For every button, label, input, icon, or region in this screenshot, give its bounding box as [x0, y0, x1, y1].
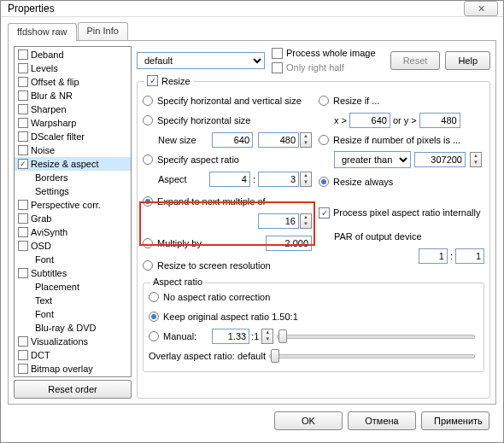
tree-item[interactable]: DCT [15, 348, 131, 362]
tree-label: Borders [35, 172, 68, 183]
tree-item[interactable]: Grab [15, 212, 131, 225]
tree-item[interactable]: Noise [15, 143, 131, 157]
tree-checkbox[interactable] [18, 364, 28, 374]
radio-ar-keep[interactable] [149, 312, 159, 322]
tree-item[interactable]: Settings [15, 184, 131, 198]
process-whole-label: Process whole image [286, 48, 376, 58]
tree-item[interactable]: Levels [15, 61, 131, 75]
tree-item[interactable]: Resize & aspect [15, 157, 131, 171]
tree-checkbox[interactable] [18, 241, 28, 251]
ok-button[interactable]: OK [274, 411, 343, 430]
tree-item[interactable]: Subtitles [15, 266, 131, 280]
radio-spec-h[interactable] [143, 115, 153, 125]
resize-if-x-input[interactable] [349, 113, 390, 128]
pixel-compare-select[interactable]: greater than [334, 151, 411, 168]
tree-item[interactable]: Borders [15, 171, 131, 184]
tree-label: Blu-ray & DVD [35, 323, 97, 333]
cancel-button[interactable]: Отмена [348, 411, 416, 430]
tree-checkbox[interactable] [18, 350, 28, 360]
tree-item[interactable]: Font [15, 307, 131, 321]
tree-checkbox[interactable] [18, 145, 28, 155]
ar-manual-slider[interactable] [277, 329, 475, 344]
ar-legend: Aspect ratio [153, 277, 202, 287]
multiple-input[interactable] [258, 213, 299, 229]
radio-multiply[interactable] [143, 238, 153, 248]
preset-select[interactable]: default [137, 52, 265, 69]
height-input[interactable] [258, 132, 299, 148]
tree-item[interactable]: Blur & NR [15, 89, 131, 102]
tree-item[interactable]: Placement [15, 280, 131, 294]
radio-ar-manual[interactable] [149, 331, 159, 341]
tree-item[interactable]: Deband [15, 48, 131, 61]
process-whole-checkbox[interactable] [272, 48, 283, 59]
tree-checkbox[interactable] [18, 50, 28, 60]
help-button[interactable]: Help [445, 51, 490, 70]
multiple-spinner[interactable]: ▲▼ [300, 213, 312, 229]
radio-screen-res[interactable] [143, 260, 153, 271]
tree-item[interactable]: Visualizations [15, 335, 131, 348]
radio-spec-hv[interactable] [143, 96, 153, 106]
aspect-x-input[interactable] [209, 172, 250, 187]
reset-order-button[interactable]: Reset order [14, 380, 132, 399]
apply-button[interactable]: Применить [421, 411, 489, 430]
tree-item[interactable]: Offset & flip [15, 75, 131, 89]
radio-spec-ar[interactable] [143, 154, 153, 165]
filter-tree[interactable]: DebandLevelsOffset & flipBlur & NRSharpe… [14, 46, 132, 377]
tab-strip: ffdshow raw Pin Info [8, 22, 496, 41]
tab-ffdshow-raw[interactable]: ffdshow raw [8, 23, 77, 41]
tree-checkbox[interactable] [18, 77, 28, 87]
tree-label: Resize & aspect [31, 159, 98, 169]
radio-resize-if[interactable] [319, 96, 329, 106]
tree-item[interactable]: OSD [15, 239, 131, 253]
reset-button[interactable]: Reset [390, 51, 441, 70]
radio-pixels[interactable] [319, 135, 329, 145]
tree-checkbox[interactable] [18, 131, 28, 142]
tree-item[interactable]: DScaler filter [15, 130, 131, 143]
ar-manual-input[interactable] [212, 329, 249, 344]
tree-label: Settings [35, 186, 69, 196]
tree-item[interactable]: Perspective corr. [15, 198, 131, 212]
tree-item[interactable]: Sharpen [15, 102, 131, 116]
tree-label: Deband [31, 50, 64, 60]
tree-label: Bitmap overlay [31, 364, 93, 374]
tree-checkbox[interactable] [18, 200, 28, 210]
close-button[interactable]: ✕ [464, 1, 498, 16]
tree-checkbox[interactable] [18, 268, 28, 278]
tree-item[interactable]: Font [15, 253, 131, 266]
tree-checkbox[interactable] [18, 118, 28, 128]
pixel-spinner[interactable]: ▲▼ [470, 152, 482, 167]
tab-pin-info[interactable]: Pin Info [78, 22, 128, 40]
resize-enable-checkbox[interactable] [147, 75, 158, 86]
tree-label: Subtitles [31, 268, 67, 278]
tree-item[interactable]: Warpsharp [15, 116, 131, 130]
tree-item[interactable]: Bitmap overlay [15, 362, 131, 376]
radio-ar-none[interactable] [149, 292, 159, 302]
ar-overlay-slider[interactable] [269, 348, 475, 364]
tree-item[interactable]: Text [15, 294, 131, 307]
tree-label: DScaler filter [31, 131, 85, 142]
only-right-half-checkbox[interactable] [272, 62, 283, 73]
par-checkbox[interactable] [319, 207, 330, 219]
radio-expand[interactable] [143, 196, 153, 207]
aspect-y-input[interactable] [258, 172, 299, 187]
tree-checkbox[interactable] [18, 227, 28, 237]
tree-item[interactable]: Blu-ray & DVD [15, 321, 131, 335]
tree-checkbox[interactable] [18, 336, 28, 347]
tree-checkbox[interactable] [18, 90, 28, 101]
tree-checkbox[interactable] [18, 213, 28, 224]
size-spinner[interactable]: ▲▼ [300, 132, 312, 148]
width-input[interactable] [212, 132, 253, 148]
ar-manual-spinner[interactable]: ▲▼ [261, 329, 273, 344]
par-x-input[interactable] [419, 248, 448, 264]
aspect-spinner[interactable]: ▲▼ [300, 172, 312, 187]
dialog-footer: OK Отмена Применить [8, 405, 496, 437]
radio-always[interactable] [319, 177, 329, 187]
tree-checkbox[interactable] [18, 159, 28, 169]
pixel-count-input[interactable] [414, 152, 466, 167]
multiply-input[interactable] [266, 236, 312, 251]
par-y-input[interactable] [455, 248, 484, 264]
tree-checkbox[interactable] [18, 63, 28, 73]
tree-checkbox[interactable] [18, 104, 28, 114]
resize-if-y-input[interactable] [419, 113, 460, 128]
tree-item[interactable]: AviSynth [15, 225, 131, 239]
